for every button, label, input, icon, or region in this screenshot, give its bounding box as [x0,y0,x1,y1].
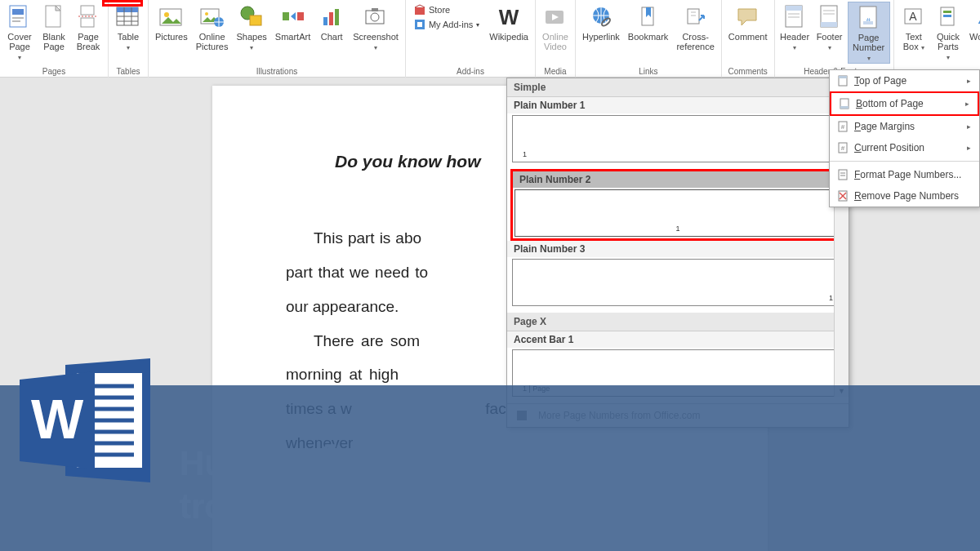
svg-rect-21 [283,12,289,20]
gallery-item-accent1[interactable]: Accent Bar 1 [507,331,849,348]
comment-button[interactable]: Comment [725,2,771,42]
group-text: A TextBox ▾ QuickParts ▾ A WordArt▾ [894,0,980,78]
svg-rect-64 [839,170,847,180]
footer-label: Footer [817,32,843,42]
group-links: Hyperlink Bookmark Cross-reference Links [576,0,722,78]
svg-rect-48 [863,21,873,24]
ribbon: CoverPage ▾ BlankPage PageBreak Pages Ta… [0,0,980,78]
preview-plain3[interactable]: 1 [512,259,844,306]
hyperlink-label: Hyperlink [582,32,620,42]
submenu-remove-label: emove Page Numbers [862,190,959,202]
current-pos-icon: # [836,141,849,154]
myaddins-label: My Add-ins [429,20,473,29]
page-break-button[interactable]: PageBreak [72,2,105,51]
wordart-label: WordArt [969,32,980,42]
svg-rect-1 [12,9,24,15]
table-label: Table [118,32,139,42]
links-group-label: Links [579,65,718,78]
header-label: Header [780,32,809,42]
submenu-page-margins[interactable]: # Page Margins▸ [830,116,979,137]
cover-page-button[interactable]: CoverPage ▾ [3,2,36,62]
svg-rect-29 [415,7,425,15]
quickparts-icon [935,4,961,30]
myaddins-button[interactable]: My Add-ins ▾ [412,18,481,31]
chart-label: Chart [321,32,343,42]
submenu-bottom-of-page[interactable]: Bottom of Page▸ [830,91,979,116]
smartart-icon [280,4,306,30]
margins-icon: # [836,120,849,133]
svg-rect-9 [117,7,138,12]
gallery-item-plain2[interactable]: Plain Number 2 [513,171,843,188]
smartart-button[interactable]: SmartArt [272,2,314,42]
wikipedia-button[interactable]: W Wikipedia [486,2,532,42]
chart-icon [318,4,345,30]
shapes-label: Shapes [237,32,267,42]
tables-group-label: Tables [112,65,145,78]
submenu-top-label: op of Page [859,75,906,87]
submenu-format-numbers[interactable]: Format Page Numbers... [830,164,979,185]
blank-page-button[interactable]: BlankPage [38,2,70,51]
pages-group-label: Pages [3,65,105,78]
crossref-label: Cross-reference [676,32,714,51]
svg-rect-0 [10,6,26,27]
screenshot-label: Screenshot [353,32,399,42]
textbox-label: TextBox [903,32,922,51]
svg-rect-3 [12,20,20,22]
svg-rect-53 [943,15,951,17]
addins-group-label: Add-ins [409,65,532,78]
gallery-item-plain3[interactable]: Plain Number 3 [507,241,849,257]
svg-text:W: W [31,388,84,450]
group-headerfooter: Header▾ Footer▾ # PageNumber ▾ Header & … [775,0,894,78]
cover-page-icon [7,4,33,30]
preview-plain2[interactable]: 1 [514,189,841,237]
pagenum-label: PageNumber [853,33,884,52]
screenshot-button[interactable]: Screenshot▾ [350,2,402,52]
gallery-item-plain1[interactable]: Plain Number 1 [507,97,849,113]
svg-rect-25 [335,9,339,25]
header-button[interactable]: Header▾ [778,2,812,52]
group-comments: Comment Comments [722,0,775,78]
group-illustrations: Pictures OnlinePictures Shapes▾ SmartArt… [149,0,406,78]
myaddins-icon [414,19,425,30]
table-button[interactable]: Table▾ [112,2,145,52]
cover-page-label: CoverPage [7,32,31,51]
submenu-top-of-page[interactable]: Top of Page▸ [830,70,979,91]
page-break-label: PageBreak [77,32,100,51]
format-icon [836,168,849,181]
crossref-button[interactable]: Cross-reference [673,2,717,51]
bookmark-button[interactable]: Bookmark [625,2,672,42]
quickparts-button[interactable]: QuickParts ▾ [932,2,964,62]
hyperlink-button[interactable]: Hyperlink [579,2,623,42]
wordart-icon: A [973,4,980,30]
wordart-button[interactable]: A WordArt▾ [966,2,980,52]
comment-icon [735,4,761,30]
top-page-icon [836,74,849,87]
online-pictures-button[interactable]: OnlinePictures [193,2,232,51]
submenu-format-label: ormat Page Numbers... [860,169,961,180]
shapes-button[interactable]: Shapes▾ [234,2,270,52]
store-button[interactable]: Store [412,3,481,16]
submenu-remove-numbers[interactable]: Remove Page Numbers [830,185,979,207]
chart-button[interactable]: Chart [315,2,348,42]
comments-group-label: Comments [725,65,771,78]
header-icon [782,4,808,30]
online-pictures-label: OnlinePictures [196,32,229,51]
footer-icon [817,4,843,30]
preview-plain1[interactable]: 1 [512,115,844,162]
footer-button[interactable]: Footer▾ [813,2,846,52]
svg-rect-5 [81,6,94,15]
svg-text:#: # [841,144,845,152]
submenu-current-position[interactable]: # Current Position▸ [830,137,979,158]
video-label: OnlineVideo [542,32,568,51]
submenu-separator [830,161,979,162]
svg-rect-52 [943,11,951,13]
online-pictures-icon [199,4,225,30]
pictures-button[interactable]: Pictures [152,2,191,42]
page-number-button[interactable]: # PageNumber ▾ [848,2,890,64]
textbox-button[interactable]: A TextBox ▾ [898,2,930,52]
pictures-label: Pictures [155,32,188,42]
blank-page-icon [41,4,67,30]
online-video-button[interactable]: OnlineVideo [539,2,572,51]
pictures-icon [158,4,185,30]
table-icon [115,4,141,30]
